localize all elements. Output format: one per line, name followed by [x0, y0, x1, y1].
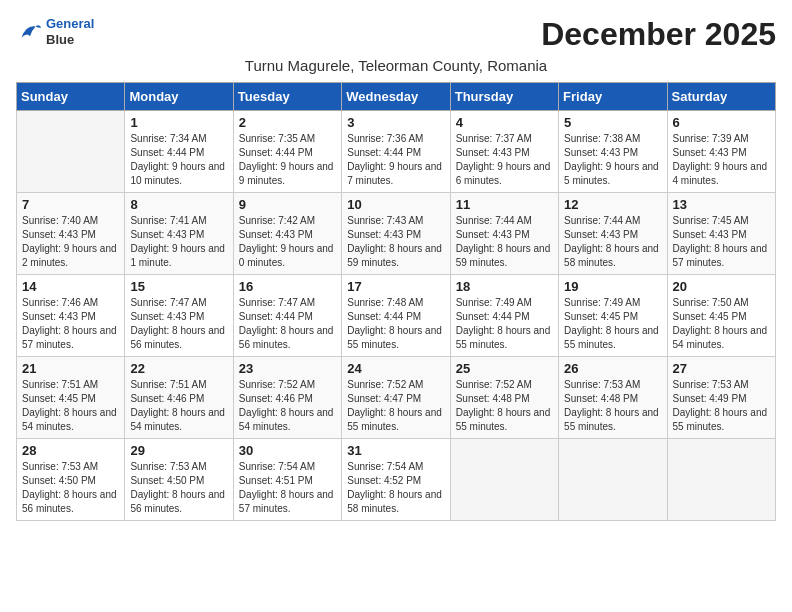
logo-icon	[16, 18, 44, 46]
day-detail: Sunrise: 7:43 AMSunset: 4:43 PMDaylight:…	[347, 214, 444, 270]
day-detail: Sunrise: 7:35 AMSunset: 4:44 PMDaylight:…	[239, 132, 336, 188]
calendar-day-cell: 21Sunrise: 7:51 AMSunset: 4:45 PMDayligh…	[17, 357, 125, 439]
day-number: 21	[22, 361, 119, 376]
day-number: 26	[564, 361, 661, 376]
day-detail: Sunrise: 7:52 AMSunset: 4:46 PMDaylight:…	[239, 378, 336, 434]
calendar-day-cell: 14Sunrise: 7:46 AMSunset: 4:43 PMDayligh…	[17, 275, 125, 357]
day-detail: Sunrise: 7:47 AMSunset: 4:43 PMDaylight:…	[130, 296, 227, 352]
weekday-header-cell: Monday	[125, 83, 233, 111]
weekday-header-cell: Tuesday	[233, 83, 341, 111]
calendar-day-cell: 9Sunrise: 7:42 AMSunset: 4:43 PMDaylight…	[233, 193, 341, 275]
weekday-header-cell: Sunday	[17, 83, 125, 111]
location-title: Turnu Magurele, Teleorman County, Romani…	[16, 57, 776, 74]
day-detail: Sunrise: 7:51 AMSunset: 4:45 PMDaylight:…	[22, 378, 119, 434]
calendar-day-cell: 13Sunrise: 7:45 AMSunset: 4:43 PMDayligh…	[667, 193, 775, 275]
day-number: 29	[130, 443, 227, 458]
day-number: 22	[130, 361, 227, 376]
calendar-day-cell: 2Sunrise: 7:35 AMSunset: 4:44 PMDaylight…	[233, 111, 341, 193]
calendar-day-cell: 28Sunrise: 7:53 AMSunset: 4:50 PMDayligh…	[17, 439, 125, 521]
calendar-day-cell: 30Sunrise: 7:54 AMSunset: 4:51 PMDayligh…	[233, 439, 341, 521]
calendar-day-cell: 15Sunrise: 7:47 AMSunset: 4:43 PMDayligh…	[125, 275, 233, 357]
weekday-header-cell: Friday	[559, 83, 667, 111]
calendar-day-cell: 16Sunrise: 7:47 AMSunset: 4:44 PMDayligh…	[233, 275, 341, 357]
day-number: 28	[22, 443, 119, 458]
calendar-day-cell	[667, 439, 775, 521]
calendar-day-cell: 19Sunrise: 7:49 AMSunset: 4:45 PMDayligh…	[559, 275, 667, 357]
weekday-header-cell: Thursday	[450, 83, 558, 111]
day-detail: Sunrise: 7:49 AMSunset: 4:44 PMDaylight:…	[456, 296, 553, 352]
logo: General Blue	[16, 16, 94, 47]
day-number: 9	[239, 197, 336, 212]
day-detail: Sunrise: 7:49 AMSunset: 4:45 PMDaylight:…	[564, 296, 661, 352]
page-header: General Blue December 2025	[16, 16, 776, 53]
day-detail: Sunrise: 7:39 AMSunset: 4:43 PMDaylight:…	[673, 132, 770, 188]
calendar-day-cell: 23Sunrise: 7:52 AMSunset: 4:46 PMDayligh…	[233, 357, 341, 439]
day-detail: Sunrise: 7:51 AMSunset: 4:46 PMDaylight:…	[130, 378, 227, 434]
calendar-day-cell: 22Sunrise: 7:51 AMSunset: 4:46 PMDayligh…	[125, 357, 233, 439]
day-detail: Sunrise: 7:54 AMSunset: 4:51 PMDaylight:…	[239, 460, 336, 516]
calendar-day-cell: 20Sunrise: 7:50 AMSunset: 4:45 PMDayligh…	[667, 275, 775, 357]
calendar-day-cell: 26Sunrise: 7:53 AMSunset: 4:48 PMDayligh…	[559, 357, 667, 439]
weekday-header-row: SundayMondayTuesdayWednesdayThursdayFrid…	[17, 83, 776, 111]
calendar-day-cell: 7Sunrise: 7:40 AMSunset: 4:43 PMDaylight…	[17, 193, 125, 275]
day-detail: Sunrise: 7:50 AMSunset: 4:45 PMDaylight:…	[673, 296, 770, 352]
day-detail: Sunrise: 7:52 AMSunset: 4:48 PMDaylight:…	[456, 378, 553, 434]
day-detail: Sunrise: 7:52 AMSunset: 4:47 PMDaylight:…	[347, 378, 444, 434]
day-detail: Sunrise: 7:53 AMSunset: 4:48 PMDaylight:…	[564, 378, 661, 434]
day-detail: Sunrise: 7:54 AMSunset: 4:52 PMDaylight:…	[347, 460, 444, 516]
day-detail: Sunrise: 7:44 AMSunset: 4:43 PMDaylight:…	[564, 214, 661, 270]
day-number: 20	[673, 279, 770, 294]
day-detail: Sunrise: 7:48 AMSunset: 4:44 PMDaylight:…	[347, 296, 444, 352]
calendar-day-cell: 17Sunrise: 7:48 AMSunset: 4:44 PMDayligh…	[342, 275, 450, 357]
day-number: 15	[130, 279, 227, 294]
day-number: 10	[347, 197, 444, 212]
calendar-day-cell	[17, 111, 125, 193]
day-number: 3	[347, 115, 444, 130]
calendar-day-cell: 24Sunrise: 7:52 AMSunset: 4:47 PMDayligh…	[342, 357, 450, 439]
day-number: 11	[456, 197, 553, 212]
day-number: 4	[456, 115, 553, 130]
calendar-week-row: 14Sunrise: 7:46 AMSunset: 4:43 PMDayligh…	[17, 275, 776, 357]
calendar-day-cell	[450, 439, 558, 521]
day-number: 7	[22, 197, 119, 212]
day-number: 12	[564, 197, 661, 212]
calendar-day-cell: 18Sunrise: 7:49 AMSunset: 4:44 PMDayligh…	[450, 275, 558, 357]
month-title: December 2025	[541, 16, 776, 53]
calendar-week-row: 28Sunrise: 7:53 AMSunset: 4:50 PMDayligh…	[17, 439, 776, 521]
day-detail: Sunrise: 7:47 AMSunset: 4:44 PMDaylight:…	[239, 296, 336, 352]
logo-text: General Blue	[46, 16, 94, 47]
day-number: 16	[239, 279, 336, 294]
calendar-day-cell: 11Sunrise: 7:44 AMSunset: 4:43 PMDayligh…	[450, 193, 558, 275]
calendar-week-row: 7Sunrise: 7:40 AMSunset: 4:43 PMDaylight…	[17, 193, 776, 275]
calendar-day-cell: 31Sunrise: 7:54 AMSunset: 4:52 PMDayligh…	[342, 439, 450, 521]
day-detail: Sunrise: 7:40 AMSunset: 4:43 PMDaylight:…	[22, 214, 119, 270]
calendar-day-cell	[559, 439, 667, 521]
day-number: 17	[347, 279, 444, 294]
calendar-week-row: 1Sunrise: 7:34 AMSunset: 4:44 PMDaylight…	[17, 111, 776, 193]
day-detail: Sunrise: 7:34 AMSunset: 4:44 PMDaylight:…	[130, 132, 227, 188]
day-number: 2	[239, 115, 336, 130]
day-number: 6	[673, 115, 770, 130]
day-number: 27	[673, 361, 770, 376]
day-detail: Sunrise: 7:45 AMSunset: 4:43 PMDaylight:…	[673, 214, 770, 270]
day-detail: Sunrise: 7:53 AMSunset: 4:49 PMDaylight:…	[673, 378, 770, 434]
day-number: 25	[456, 361, 553, 376]
calendar-day-cell: 29Sunrise: 7:53 AMSunset: 4:50 PMDayligh…	[125, 439, 233, 521]
calendar-day-cell: 10Sunrise: 7:43 AMSunset: 4:43 PMDayligh…	[342, 193, 450, 275]
calendar-table: SundayMondayTuesdayWednesdayThursdayFrid…	[16, 82, 776, 521]
day-detail: Sunrise: 7:44 AMSunset: 4:43 PMDaylight:…	[456, 214, 553, 270]
calendar-day-cell: 4Sunrise: 7:37 AMSunset: 4:43 PMDaylight…	[450, 111, 558, 193]
day-number: 1	[130, 115, 227, 130]
day-detail: Sunrise: 7:41 AMSunset: 4:43 PMDaylight:…	[130, 214, 227, 270]
day-number: 5	[564, 115, 661, 130]
day-detail: Sunrise: 7:37 AMSunset: 4:43 PMDaylight:…	[456, 132, 553, 188]
day-detail: Sunrise: 7:53 AMSunset: 4:50 PMDaylight:…	[22, 460, 119, 516]
day-number: 19	[564, 279, 661, 294]
calendar-day-cell: 27Sunrise: 7:53 AMSunset: 4:49 PMDayligh…	[667, 357, 775, 439]
calendar-body: 1Sunrise: 7:34 AMSunset: 4:44 PMDaylight…	[17, 111, 776, 521]
calendar-day-cell: 25Sunrise: 7:52 AMSunset: 4:48 PMDayligh…	[450, 357, 558, 439]
calendar-week-row: 21Sunrise: 7:51 AMSunset: 4:45 PMDayligh…	[17, 357, 776, 439]
calendar-day-cell: 8Sunrise: 7:41 AMSunset: 4:43 PMDaylight…	[125, 193, 233, 275]
day-detail: Sunrise: 7:36 AMSunset: 4:44 PMDaylight:…	[347, 132, 444, 188]
day-number: 31	[347, 443, 444, 458]
